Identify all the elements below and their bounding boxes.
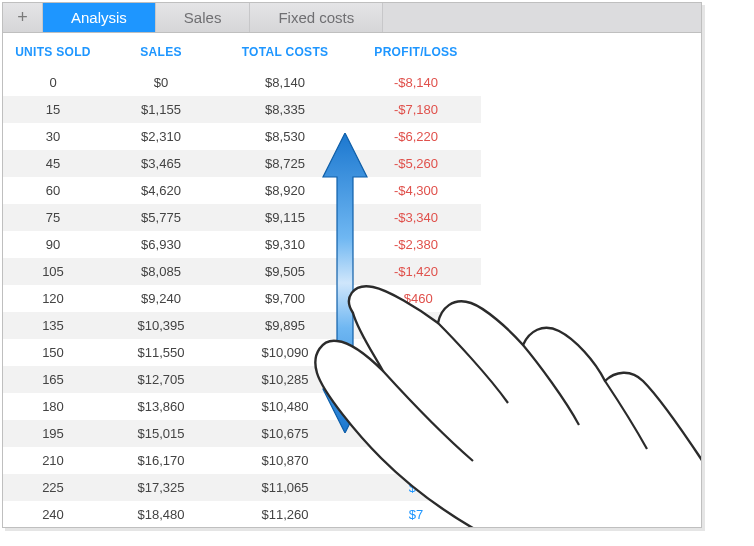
cell-costs[interactable]: $8,920: [219, 177, 351, 204]
cell-pl[interactable]: -$4,300: [351, 177, 481, 204]
table-row[interactable]: 90$6,930$9,310-$2,380: [3, 231, 481, 258]
cell-pl[interactable]: [351, 339, 481, 366]
cell-units[interactable]: 105: [3, 258, 103, 285]
cell-units[interactable]: 165: [3, 366, 103, 393]
cell-sales[interactable]: $17,325: [103, 474, 219, 501]
app-window: + Analysis Sales Fixed costs UNITS SOLD …: [2, 2, 702, 528]
cell-costs[interactable]: $11,260: [219, 501, 351, 527]
cell-sales[interactable]: $16,170: [103, 447, 219, 474]
cell-units[interactable]: 150: [3, 339, 103, 366]
cell-costs[interactable]: $9,895: [219, 312, 351, 339]
cell-sales[interactable]: $15,015: [103, 420, 219, 447]
cell-costs[interactable]: $11,065: [219, 474, 351, 501]
cell-pl[interactable]: [351, 312, 481, 339]
plus-icon: +: [17, 7, 28, 28]
cell-sales[interactable]: $3,465: [103, 150, 219, 177]
cell-pl[interactable]: $7: [351, 501, 481, 527]
cell-sales[interactable]: $0: [103, 69, 219, 96]
tab-bar: + Analysis Sales Fixed costs: [3, 3, 701, 33]
tab-sales[interactable]: Sales: [156, 3, 251, 32]
cell-sales[interactable]: $10,395: [103, 312, 219, 339]
cell-units[interactable]: 60: [3, 177, 103, 204]
cell-pl[interactable]: -$2,380: [351, 231, 481, 258]
table-row[interactable]: 60$4,620$8,920-$4,300: [3, 177, 481, 204]
table-row[interactable]: 210$16,170$10,870$5: [3, 447, 481, 474]
cell-costs[interactable]: $10,480: [219, 393, 351, 420]
cell-pl[interactable]: -$1,420: [351, 258, 481, 285]
cell-sales[interactable]: $9,240: [103, 285, 219, 312]
col-header-pl[interactable]: PROFIT/LOSS: [351, 33, 481, 69]
cell-pl[interactable]: -$6,220: [351, 123, 481, 150]
col-header-sales[interactable]: SALES: [103, 33, 219, 69]
cell-sales[interactable]: $11,550: [103, 339, 219, 366]
table-row[interactable]: 120$9,240$9,700-$460: [3, 285, 481, 312]
table-row[interactable]: 240$18,480$11,260$7: [3, 501, 481, 527]
cell-units[interactable]: 0: [3, 69, 103, 96]
cell-units[interactable]: 180: [3, 393, 103, 420]
cell-costs[interactable]: $9,505: [219, 258, 351, 285]
cell-units[interactable]: 210: [3, 447, 103, 474]
cell-units[interactable]: 135: [3, 312, 103, 339]
cell-sales[interactable]: $1,155: [103, 96, 219, 123]
cell-costs[interactable]: $9,310: [219, 231, 351, 258]
table-row[interactable]: 15$1,155$8,335-$7,180: [3, 96, 481, 123]
table-row[interactable]: 75$5,775$9,115-$3,340: [3, 204, 481, 231]
data-table[interactable]: UNITS SOLD SALES TOTAL COSTS PROFIT/LOSS…: [3, 33, 481, 527]
tab-label: Fixed costs: [278, 9, 354, 26]
header-row: UNITS SOLD SALES TOTAL COSTS PROFIT/LOSS: [3, 33, 481, 69]
table-row[interactable]: 0$0$8,140-$8,140: [3, 69, 481, 96]
table-row[interactable]: 225$17,325$11,065$6: [3, 474, 481, 501]
cell-costs[interactable]: $8,530: [219, 123, 351, 150]
cell-units[interactable]: 15: [3, 96, 103, 123]
tab-analysis[interactable]: Analysis: [43, 3, 156, 32]
add-sheet-button[interactable]: +: [3, 3, 43, 32]
cell-sales[interactable]: $18,480: [103, 501, 219, 527]
tab-fixed-costs[interactable]: Fixed costs: [250, 3, 383, 32]
cell-units[interactable]: 240: [3, 501, 103, 527]
table-row[interactable]: 165$12,705$10,285: [3, 366, 481, 393]
cell-sales[interactable]: $8,085: [103, 258, 219, 285]
cell-pl[interactable]: [351, 366, 481, 393]
col-header-units[interactable]: UNITS SOLD: [3, 33, 103, 69]
cell-units[interactable]: 30: [3, 123, 103, 150]
cell-sales[interactable]: $2,310: [103, 123, 219, 150]
cell-pl[interactable]: $4,: [351, 420, 481, 447]
cell-units[interactable]: 90: [3, 231, 103, 258]
col-header-costs[interactable]: TOTAL COSTS: [219, 33, 351, 69]
cell-costs[interactable]: $9,115: [219, 204, 351, 231]
cell-costs[interactable]: $8,335: [219, 96, 351, 123]
table-row[interactable]: 195$15,015$10,675$4,: [3, 420, 481, 447]
cell-units[interactable]: 225: [3, 474, 103, 501]
cell-costs[interactable]: $8,725: [219, 150, 351, 177]
cell-sales[interactable]: $12,705: [103, 366, 219, 393]
cell-costs[interactable]: $10,090: [219, 339, 351, 366]
table-row[interactable]: 105$8,085$9,505-$1,420: [3, 258, 481, 285]
cell-costs[interactable]: $10,675: [219, 420, 351, 447]
cell-costs[interactable]: $10,285: [219, 366, 351, 393]
cell-sales[interactable]: $6,930: [103, 231, 219, 258]
cell-pl[interactable]: -$3,340: [351, 204, 481, 231]
cell-units[interactable]: 120: [3, 285, 103, 312]
cell-sales[interactable]: $5,775: [103, 204, 219, 231]
cell-pl[interactable]: -$460: [351, 285, 481, 312]
cell-sales[interactable]: $13,860: [103, 393, 219, 420]
cell-units[interactable]: 75: [3, 204, 103, 231]
spreadsheet-area[interactable]: UNITS SOLD SALES TOTAL COSTS PROFIT/LOSS…: [3, 33, 701, 527]
cell-units[interactable]: 195: [3, 420, 103, 447]
table-row[interactable]: 45$3,465$8,725-$5,260: [3, 150, 481, 177]
cell-units[interactable]: 45: [3, 150, 103, 177]
table-row[interactable]: 135$10,395$9,895: [3, 312, 481, 339]
table-row[interactable]: 150$11,550$10,090: [3, 339, 481, 366]
cell-pl[interactable]: $6: [351, 474, 481, 501]
table-row[interactable]: 180$13,860$10,480: [3, 393, 481, 420]
cell-costs[interactable]: $8,140: [219, 69, 351, 96]
cell-costs[interactable]: $10,870: [219, 447, 351, 474]
cell-pl[interactable]: $5: [351, 447, 481, 474]
cell-costs[interactable]: $9,700: [219, 285, 351, 312]
table-row[interactable]: 30$2,310$8,530-$6,220: [3, 123, 481, 150]
cell-pl[interactable]: -$5,260: [351, 150, 481, 177]
cell-pl[interactable]: -$8,140: [351, 69, 481, 96]
cell-pl[interactable]: -$7,180: [351, 96, 481, 123]
cell-pl[interactable]: [351, 393, 481, 420]
cell-sales[interactable]: $4,620: [103, 177, 219, 204]
